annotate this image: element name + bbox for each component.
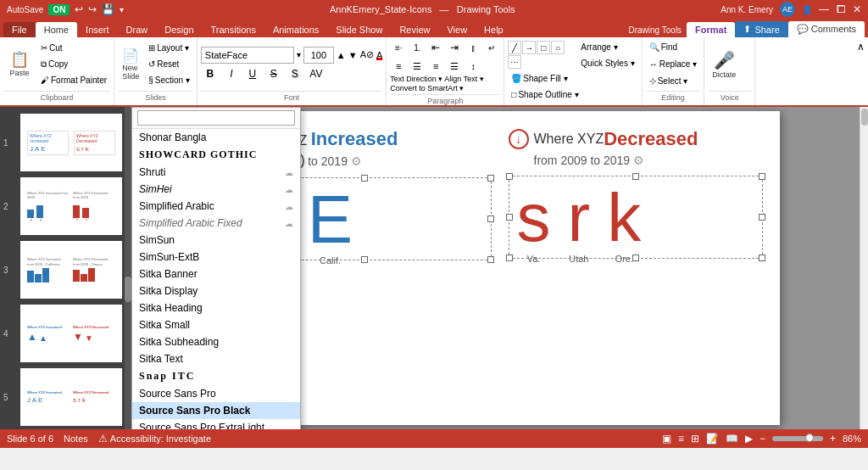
line-spacing-button[interactable]: ↕ xyxy=(465,58,481,75)
tab-draw[interactable]: Draw xyxy=(118,22,157,37)
autosave-toggle[interactable]: ON xyxy=(48,4,70,15)
align-left-button[interactable]: ≡ xyxy=(390,58,407,75)
accessibility-warning[interactable]: ⚠ Accessibility: Investigate xyxy=(98,433,211,445)
zoom-level[interactable]: 86% xyxy=(843,434,861,444)
tab-design[interactable]: Design xyxy=(156,22,202,37)
font-item-sitka-text[interactable]: Sitka Text xyxy=(132,350,300,367)
shadow-button[interactable]: S xyxy=(286,65,304,82)
collapse-ribbon-button[interactable]: ∧ xyxy=(857,41,865,53)
slide-thumbnail-3[interactable]: Where XYZ Increased from 2009 - Californ… xyxy=(20,241,122,299)
normal-view-icon[interactable]: ▣ xyxy=(662,433,671,445)
shape-rect[interactable]: □ xyxy=(537,41,550,54)
slide-thumbnail-5[interactable]: Where XYZ Increased J A E Where XYZ Decr… xyxy=(20,368,122,426)
font-item-sitka-small[interactable]: Sitka Small xyxy=(132,316,300,333)
strikethrough-button[interactable]: S xyxy=(264,65,283,82)
char-spacing-button[interactable]: AV xyxy=(307,65,326,82)
zoom-in-button[interactable]: + xyxy=(830,433,836,445)
font-item-shonar-bangla[interactable]: Shonar Bangla xyxy=(132,129,300,146)
tab-view[interactable]: View xyxy=(438,22,476,37)
paste-button[interactable]: 📋 Paste xyxy=(3,49,36,80)
undo-icon[interactable]: ↩ xyxy=(75,3,83,15)
shape-fill-button[interactable]: 🪣 Shape Fill ▾ xyxy=(508,70,637,86)
save-icon[interactable]: 💾 xyxy=(102,3,114,15)
arrange-button[interactable]: Arrange ▾ xyxy=(577,39,637,54)
copy-button[interactable]: ⧉ Copy xyxy=(37,57,110,72)
font-color-button[interactable]: A xyxy=(376,50,382,60)
font-item-snap-itc[interactable]: Snap ITC xyxy=(132,367,300,385)
cut-button[interactable]: ✂ Cut xyxy=(37,41,110,56)
font-item-shruti[interactable]: Shruti ☁ xyxy=(132,164,300,181)
clear-formatting-button[interactable]: A⊘ xyxy=(360,49,374,60)
select-button[interactable]: ⊹ Select ▾ xyxy=(646,73,692,88)
zoom-slider-thumb[interactable] xyxy=(805,434,814,442)
dictate-button[interactable]: 🎤 Dictate xyxy=(708,48,740,81)
reading-view-icon[interactable]: 📖 xyxy=(726,433,738,445)
convert-smartart-button[interactable]: Convert to SmartArt ▾ xyxy=(390,84,464,92)
replace-button[interactable]: ↔ Replace ▾ xyxy=(646,56,700,71)
format-painter-button[interactable]: 🖌 Format Painter xyxy=(37,73,110,88)
underline-button[interactable]: U xyxy=(243,65,262,82)
tab-slideshow[interactable]: Slide Show xyxy=(327,22,391,37)
font-item-showcard-gothic[interactable]: SHOWCARD GOTHIC xyxy=(132,146,300,164)
font-search-input[interactable] xyxy=(137,110,295,126)
tab-format[interactable]: Format xyxy=(687,22,735,37)
tab-help[interactable]: Help xyxy=(476,22,512,37)
close-button[interactable]: ✕ xyxy=(853,3,861,15)
slideshow-icon[interactable]: ▶ xyxy=(745,433,753,445)
zoom-slider[interactable] xyxy=(772,436,823,441)
align-text-button[interactable]: Align Text ▾ xyxy=(444,75,483,83)
columns-button[interactable]: ⫿ xyxy=(465,39,481,56)
redo-icon[interactable]: ↪ xyxy=(88,3,97,15)
increase-indent-button[interactable]: ⇥ xyxy=(446,39,463,56)
tab-home[interactable]: Home xyxy=(36,22,77,37)
font-item-simsun-extb[interactable]: SimSun-ExtB xyxy=(132,249,300,266)
slide-thumbnail-4[interactable]: Where XYZ Increased ▲ ▲ Where XYZ Decrea… xyxy=(20,305,122,362)
share-icon[interactable]: 👤 xyxy=(802,5,812,14)
find-button[interactable]: 🔍 Find xyxy=(646,39,681,54)
slide-sorter-icon[interactable]: ⊞ xyxy=(691,433,699,445)
outline-view-icon[interactable]: ≡ xyxy=(678,433,684,445)
font-item-source-sans-pro[interactable]: Source Sans Pro xyxy=(132,385,300,402)
font-item-simhei[interactable]: SimHei ☁ xyxy=(132,181,300,198)
justify-button[interactable]: ☰ xyxy=(446,58,463,75)
font-item-simplified-arabic-fixed[interactable]: Simplified Arabic Fixed ☁ xyxy=(132,215,300,232)
align-center-button[interactable]: ☰ xyxy=(409,58,426,75)
italic-button[interactable]: I xyxy=(222,65,241,82)
comments-button[interactable]: 💬 Comments xyxy=(788,21,865,37)
font-size-decrement[interactable]: ▼ xyxy=(348,50,358,60)
tab-file[interactable]: File xyxy=(3,22,36,37)
font-size-increment[interactable]: ▲ xyxy=(337,50,346,60)
text-direction-button[interactable]: Text Direction ▾ xyxy=(390,75,442,83)
user-avatar[interactable]: AE xyxy=(780,2,795,17)
bold-button[interactable]: B xyxy=(201,65,220,82)
font-name-input[interactable] xyxy=(201,47,294,64)
font-item-simsun[interactable]: SimSun xyxy=(132,232,300,249)
decrease-indent-button[interactable]: ⇤ xyxy=(427,39,444,56)
canvas-scrollbar-thumb[interactable] xyxy=(861,109,868,126)
font-item-simplified-arabic[interactable]: Simplified Arabic ☁ xyxy=(132,198,300,215)
reset-button[interactable]: ↺ Reset xyxy=(145,57,193,72)
tab-insert[interactable]: Insert xyxy=(77,22,118,37)
tab-review[interactable]: Review xyxy=(391,22,438,37)
font-name-dropdown-arrow[interactable]: ▾ xyxy=(297,50,301,59)
share-button[interactable]: ⬆ Share xyxy=(735,21,787,37)
bullets-button[interactable]: ≡· xyxy=(390,39,407,56)
restore-button[interactable]: ⧠ xyxy=(836,3,846,15)
shape-circle[interactable]: ○ xyxy=(551,41,565,54)
font-size-input[interactable] xyxy=(303,47,334,64)
notes-button[interactable]: Notes xyxy=(64,434,88,444)
numbering-button[interactable]: 1. xyxy=(409,39,426,56)
new-slide-button[interactable]: 📄 NewSlide xyxy=(118,45,143,83)
shape-arrow[interactable]: → xyxy=(522,41,536,54)
tab-transitions[interactable]: Transitions xyxy=(203,22,264,37)
slide-thumbnail-2[interactable]: Where XYZ Increased from 2009 ▲ ▲ xyxy=(20,177,122,235)
font-item-sitka-subheading[interactable]: Sitka Subheading xyxy=(132,333,300,350)
slide-panel-scrollbar[interactable] xyxy=(125,107,131,429)
font-item-sitka-banner[interactable]: Sitka Banner xyxy=(132,266,300,283)
rtl-button[interactable]: ↵ xyxy=(483,39,500,56)
notes-view-icon[interactable]: 📝 xyxy=(706,433,719,445)
layout-button[interactable]: ⊞ Layout ▾ xyxy=(145,41,193,56)
shape-line[interactable]: ╱ xyxy=(508,41,521,54)
canvas-scrollbar[interactable] xyxy=(860,107,868,429)
zoom-out-button[interactable]: − xyxy=(760,433,765,445)
